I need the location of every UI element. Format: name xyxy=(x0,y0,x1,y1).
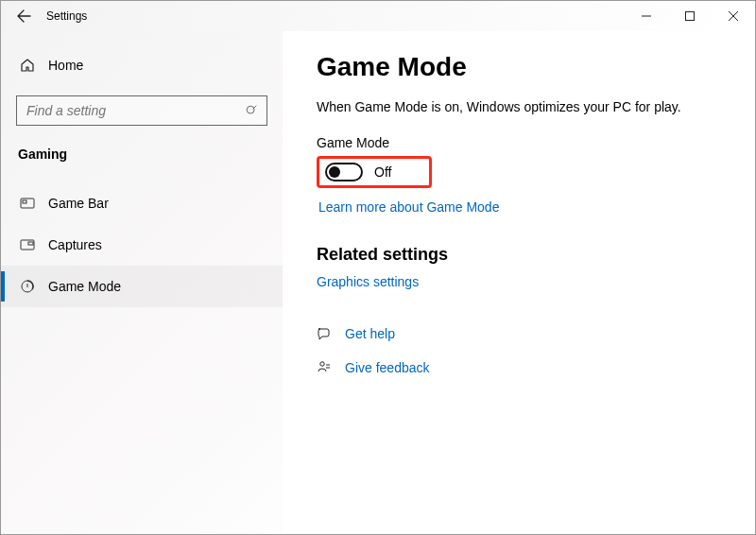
maximize-button[interactable] xyxy=(668,1,712,31)
back-button[interactable] xyxy=(1,9,46,24)
svg-rect-9 xyxy=(28,242,33,245)
toggle-state-text: Off xyxy=(374,164,391,180)
search-input[interactable] xyxy=(17,103,236,118)
svg-rect-1 xyxy=(686,12,695,21)
feedback-icon xyxy=(317,360,332,375)
graphics-settings-link[interactable]: Graphics settings xyxy=(317,274,419,289)
game-mode-toggle-highlight: Off xyxy=(317,156,432,188)
sidebar-item-captures[interactable]: Captures xyxy=(1,224,283,266)
give-feedback-row[interactable]: Give feedback xyxy=(317,354,755,382)
svg-rect-7 xyxy=(23,200,26,203)
sidebar-item-label: Game Mode xyxy=(48,279,121,294)
page-description: When Game Mode is on, Windows optimizes … xyxy=(317,99,713,114)
home-icon xyxy=(20,58,35,73)
nav-list: Game Bar Captures Game Mode xyxy=(1,182,283,307)
get-help-row[interactable]: Get help xyxy=(317,319,755,348)
main-content: Game Mode When Game Mode is on, Windows … xyxy=(283,31,755,534)
category-label: Gaming xyxy=(16,147,267,162)
get-help-link[interactable]: Get help xyxy=(345,326,395,341)
game-bar-icon xyxy=(20,196,35,211)
titlebar: Settings xyxy=(1,1,755,31)
minimize-icon xyxy=(642,11,651,21)
game-mode-toggle[interactable] xyxy=(325,163,363,181)
learn-more-link[interactable]: Learn more about Game Mode xyxy=(318,199,499,215)
home-label: Home xyxy=(48,58,83,73)
arrow-left-icon xyxy=(16,9,31,24)
page-title: Game Mode xyxy=(317,52,755,82)
maximize-icon xyxy=(685,11,695,21)
toggle-knob xyxy=(329,166,340,178)
close-button[interactable] xyxy=(712,1,755,31)
chat-icon xyxy=(317,326,332,341)
related-heading: Related settings xyxy=(317,245,755,265)
sidebar-item-label: Game Bar xyxy=(48,196,109,211)
sidebar: Home Gaming Game Bar Captur xyxy=(1,31,283,534)
minimize-button[interactable] xyxy=(625,1,668,31)
search-icon xyxy=(236,104,266,117)
home-nav[interactable]: Home xyxy=(16,48,267,82)
svg-point-4 xyxy=(247,106,254,113)
sidebar-item-game-bar[interactable]: Game Bar xyxy=(1,182,283,224)
close-icon xyxy=(729,11,738,21)
toggle-label: Game Mode xyxy=(317,135,755,150)
sidebar-item-game-mode[interactable]: Game Mode xyxy=(1,266,283,307)
captures-icon xyxy=(20,237,35,252)
svg-point-12 xyxy=(320,362,324,366)
game-mode-icon xyxy=(20,279,35,294)
search-box[interactable] xyxy=(16,95,267,126)
window-title: Settings xyxy=(46,9,87,23)
sidebar-item-label: Captures xyxy=(48,237,102,252)
give-feedback-link[interactable]: Give feedback xyxy=(345,360,430,375)
